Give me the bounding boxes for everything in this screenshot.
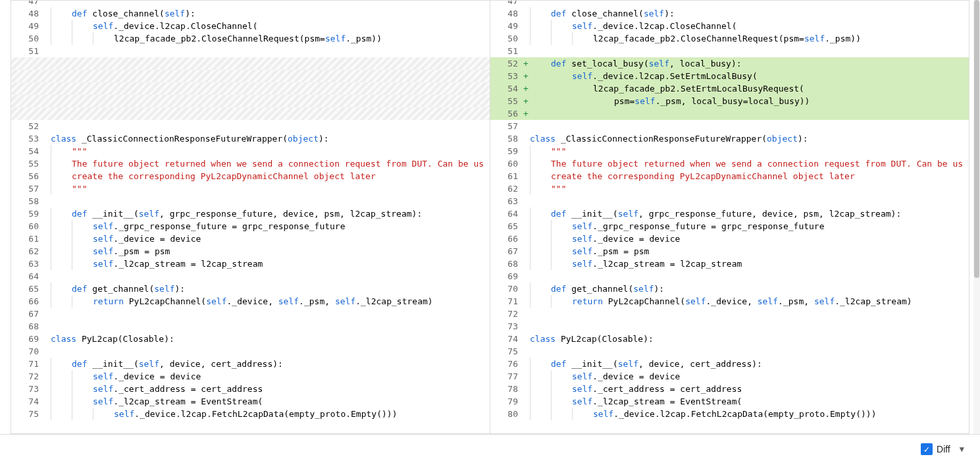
code-line[interactable]: 65self._grpc_response_future = grpc_resp…	[490, 220, 969, 232]
line-number[interactable]: 50	[490, 32, 523, 45]
line-number[interactable]: 60	[490, 157, 523, 170]
line-number[interactable]: 48	[490, 7, 523, 20]
code-line[interactable]: 57	[490, 120, 969, 132]
line-number[interactable]: 71	[490, 295, 523, 308]
line-number[interactable]: 80	[490, 408, 523, 420]
code-line[interactable]: 76def __init__(self, device, cert_addres…	[490, 358, 969, 370]
line-number[interactable]: 69	[11, 333, 44, 345]
code-line[interactable]: 49self._device.l2cap.CloseChannel(	[11, 20, 490, 32]
line-number[interactable]: 55	[490, 95, 523, 107]
code-line[interactable]: 79self._l2cap_stream = EventStream(	[490, 395, 969, 408]
right-code[interactable]: 46psm=self._psm, payload=payload))4748de…	[490, 1, 969, 420]
line-number[interactable]: 50	[11, 32, 44, 45]
line-number[interactable]: 66	[11, 295, 44, 308]
code-line[interactable]: 66return PyL2capChannel(self._device, se…	[11, 295, 490, 308]
line-number[interactable]: 73	[11, 383, 44, 395]
code-line[interactable]: 75self._device.l2cap.FetchL2capData(empt…	[11, 408, 490, 420]
code-line[interactable]: 72self._device = device	[11, 370, 490, 383]
code-line[interactable]: 66self._device = device	[490, 232, 969, 245]
code-line[interactable]: 73self._cert_address = cert_address	[11, 383, 490, 395]
code-line[interactable]: 68	[11, 320, 490, 333]
line-number[interactable]: 70	[11, 345, 44, 358]
line-number[interactable]: 72	[11, 370, 44, 383]
code-line[interactable]: 77self._device = device	[490, 370, 969, 383]
line-number[interactable]: 65	[490, 220, 523, 232]
line-number[interactable]: 56	[490, 107, 523, 120]
line-number[interactable]: 54	[11, 145, 44, 157]
line-number[interactable]: 58	[490, 132, 523, 145]
line-number[interactable]: 47	[11, 1, 44, 7]
code-line[interactable]: 50l2cap_facade_pb2.CloseChannelRequest(p…	[11, 32, 490, 45]
code-line[interactable]: 47	[490, 1, 969, 7]
line-number[interactable]: 68	[490, 258, 523, 270]
diff-toggle[interactable]: ✓ Diff ▼	[921, 443, 964, 455]
code-line[interactable]: 70	[11, 345, 490, 358]
line-number[interactable]: 72	[490, 308, 523, 320]
line-number[interactable]: 56	[11, 170, 44, 182]
line-number[interactable]: 59	[11, 207, 44, 220]
code-line[interactable]: 62"""	[490, 182, 969, 195]
line-number[interactable]: 63	[11, 258, 44, 270]
line-number[interactable]: 71	[11, 358, 44, 370]
code-line[interactable]: 73	[490, 320, 969, 333]
code-line[interactable]	[11, 82, 490, 95]
code-line[interactable]: 71return PyL2capChannel(self._device, se…	[490, 295, 969, 308]
code-line[interactable]: 61create the corresponding PyL2capDynami…	[490, 170, 969, 182]
code-line[interactable]: 54+l2cap_facade_pb2.SetErtmLocalBusyRequ…	[490, 82, 969, 95]
code-line[interactable]: 67	[11, 308, 490, 320]
code-line[interactable]	[11, 107, 490, 120]
code-line[interactable]: 47	[11, 1, 490, 7]
line-number[interactable]: 74	[11, 395, 44, 408]
line-number[interactable]: 77	[490, 370, 523, 383]
code-line[interactable]: 51	[490, 45, 969, 57]
code-line[interactable]: 70def get_channel(self):	[490, 283, 969, 295]
code-line[interactable]: 53class _ClassicConnectionResponseFuture…	[11, 132, 490, 145]
code-line[interactable]: 59"""	[490, 145, 969, 157]
code-line[interactable]: 65def get_channel(self):	[11, 283, 490, 295]
line-number[interactable]: 49	[11, 20, 44, 32]
code-line[interactable]: 63self._l2cap_stream = l2cap_stream	[11, 258, 490, 270]
line-number[interactable]: 70	[490, 283, 523, 295]
line-number[interactable]: 57	[11, 182, 44, 195]
code-line[interactable]: 48def close_channel(self):	[490, 7, 969, 20]
line-number[interactable]: 68	[11, 320, 44, 333]
code-line[interactable]: 72	[490, 308, 969, 320]
code-line[interactable]: 58class _ClassicConnectionResponseFuture…	[490, 132, 969, 145]
line-number[interactable]: 48	[11, 7, 44, 20]
line-number[interactable]: 75	[11, 408, 44, 420]
line-number[interactable]: 59	[490, 145, 523, 157]
code-line[interactable]: 49self._device.l2cap.CloseChannel(	[490, 20, 969, 32]
code-line[interactable]: 69class PyL2cap(Closable):	[11, 333, 490, 345]
line-number[interactable]: 78	[490, 383, 523, 395]
code-line[interactable]: 64	[11, 270, 490, 283]
code-line[interactable]: 48def close_channel(self):	[11, 7, 490, 20]
line-number[interactable]: 65	[11, 283, 44, 295]
code-line[interactable]	[11, 70, 490, 82]
dropdown-icon[interactable]: ▼	[960, 445, 964, 454]
line-number[interactable]: 47	[490, 1, 523, 7]
code-line[interactable]: 54"""	[11, 145, 490, 157]
line-number[interactable]: 67	[490, 245, 523, 258]
line-number[interactable]: 63	[490, 195, 523, 207]
code-line[interactable]: 69	[490, 270, 969, 283]
code-line[interactable]: 74self._l2cap_stream = EventStream(	[11, 395, 490, 408]
code-line[interactable]: 50l2cap_facade_pb2.CloseChannelRequest(p…	[490, 32, 969, 45]
line-number[interactable]: 53	[490, 70, 523, 82]
code-line[interactable]: 56create the corresponding PyL2capDynami…	[11, 170, 490, 182]
code-line[interactable]: 51	[11, 45, 490, 57]
code-line[interactable]	[11, 57, 490, 70]
code-line[interactable]: 62self._psm = psm	[11, 245, 490, 258]
line-number[interactable]: 62	[11, 245, 44, 258]
code-line[interactable]: 59def __init__(self, grpc_response_futur…	[11, 207, 490, 220]
code-line[interactable]: 60The future object returned when we sen…	[490, 157, 969, 170]
code-line[interactable]: 68self._l2cap_stream = l2cap_stream	[490, 258, 969, 270]
code-line[interactable]: 56+	[490, 107, 969, 120]
line-number[interactable]: 54	[490, 82, 523, 95]
line-number[interactable]: 52	[11, 120, 44, 132]
line-number[interactable]: 62	[490, 182, 523, 195]
code-line[interactable]: 57"""	[11, 182, 490, 195]
line-number[interactable]: 67	[11, 308, 44, 320]
line-number[interactable]: 73	[490, 320, 523, 333]
code-line[interactable]: 52	[11, 120, 490, 132]
line-number[interactable]: 75	[490, 345, 523, 358]
